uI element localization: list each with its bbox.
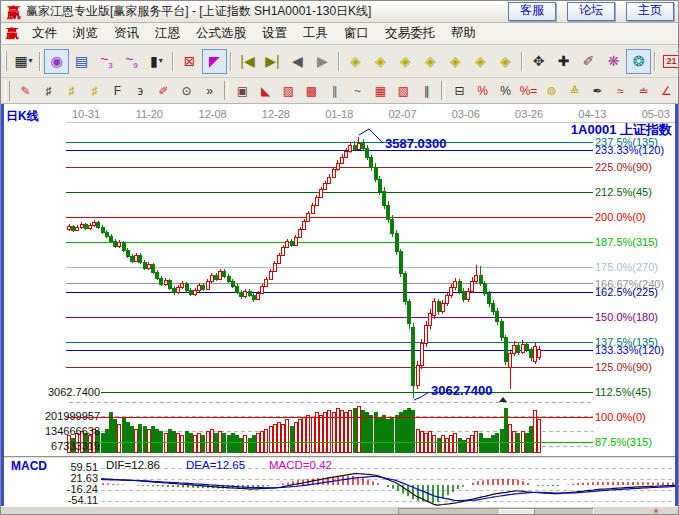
info-note-button[interactable]: ▤: [69, 49, 94, 74]
forum-button[interactable]: 论坛: [567, 2, 615, 21]
gold-line-button[interactable]: ≐: [632, 80, 655, 102]
menu-item-9[interactable]: 帮助: [443, 23, 484, 44]
home-button[interactable]: 主页: [626, 2, 674, 21]
percent-lines-button[interactable]: %=: [517, 80, 540, 102]
percent-button[interactable]: %: [494, 80, 517, 102]
macd-title: MACD: [11, 459, 47, 473]
hand-tool-button[interactable]: ✥: [526, 49, 551, 74]
gann-wheel-button[interactable]: ❂: [626, 49, 651, 74]
wave-tool-button[interactable]: ≈: [609, 80, 632, 102]
gold-line-icon: ≐: [638, 85, 648, 97]
gold-grid-button[interactable]: ♯: [60, 80, 83, 102]
more-tools-icon: »: [206, 85, 213, 97]
fibo-grid-icon: F: [114, 85, 121, 97]
menu-item-2[interactable]: 资讯: [106, 23, 147, 44]
gann-rays2-button[interactable]: ▩: [300, 80, 323, 102]
dropdown-arrow-icon: ▾: [159, 57, 163, 65]
parallel-lines-button[interactable]: ∥: [323, 80, 346, 102]
titlebar-buttons: 客服论坛主页: [497, 2, 674, 21]
menu-item-4[interactable]: 公式选股: [188, 23, 254, 44]
last-page-button[interactable]: ▶|: [260, 49, 285, 74]
fibo-grid-button[interactable]: F: [106, 80, 129, 102]
toolbar-separator: [338, 52, 340, 71]
gann-level-label: 150.0%(180): [595, 311, 658, 323]
scrollbar-thumb[interactable]: [499, 509, 535, 515]
macd-chart[interactable]: 59.5121.63-16.24-54.11MACDDIF=12.86DEA=1…: [1, 458, 679, 506]
parallel-lines-icon: ∥: [332, 85, 338, 97]
menu-item-6[interactable]: 工具: [295, 23, 336, 44]
slant-lines-button[interactable]: ∥: [415, 80, 438, 102]
menu-item-8[interactable]: 交易委托: [377, 23, 443, 44]
percent-retrace-button[interactable]: %: [471, 80, 494, 102]
gann-diamond-all-button[interactable]: ◈: [493, 49, 518, 74]
menu-item-1[interactable]: 浏览: [65, 23, 106, 44]
gann-rays2-icon: ▩: [306, 85, 317, 97]
time-cycle-button[interactable]: ⊙: [175, 80, 198, 102]
gold-circle-button[interactable]: ⊚: [540, 80, 563, 102]
price-grid-button[interactable]: ▦: [369, 80, 392, 102]
dynamic-chart-button[interactable]: ◉: [44, 49, 69, 74]
menu-item-3[interactable]: 江恩: [147, 23, 188, 44]
menu-item-5[interactable]: 设置: [254, 23, 295, 44]
indicator-edit-button[interactable]: ⊠: [177, 49, 202, 74]
wave-tool-icon: ≈: [617, 85, 624, 97]
service-button[interactable]: 客服: [508, 2, 556, 21]
gann-level-label: 100.0%(0): [595, 411, 646, 423]
kline-chart[interactable]: 10-3111-2012-0812-2801-1802-0703-0603-26…: [1, 104, 679, 456]
delete-drawing-button[interactable]: ✐: [576, 49, 601, 74]
gold-section-button[interactable]: ≙: [563, 80, 586, 102]
gann-diamond-hsplit-button[interactable]: ◈: [393, 49, 418, 74]
ink-tool-button[interactable]: ✒: [586, 80, 609, 102]
gann-diamond-expand-button[interactable]: ◈: [443, 49, 468, 74]
prev-page-button[interactable]: ◀: [285, 49, 310, 74]
flower-tool-button[interactable]: ❋: [601, 49, 626, 74]
crosshair-tool-button[interactable]: ✚: [551, 49, 576, 74]
kline-period-button[interactable]: ▦▾: [11, 49, 36, 74]
zigzag-button[interactable]: ~: [346, 80, 369, 102]
last-page-icon: ▶|: [265, 54, 279, 68]
gann-level-label: 187.5%(315): [595, 236, 658, 248]
angle-line-button[interactable]: ∠: [655, 80, 678, 102]
horizontal-scrollbar[interactable]: [398, 508, 594, 515]
spiral-button[interactable]: ϶: [129, 80, 152, 102]
gann-level-label: 133.33%(120): [595, 344, 664, 356]
toolbar-separator: [39, 52, 41, 71]
color-kline-button[interactable]: ◤: [202, 49, 227, 74]
menu-bar: 赢 文件浏览资讯江恩公式选股设置工具窗口交易委托帮助: [1, 23, 679, 45]
ruler-button[interactable]: ⊟: [448, 80, 471, 102]
draw-measure-button[interactable]: ✐: [152, 80, 175, 102]
brush-tool-button[interactable]: ✎: [14, 80, 37, 102]
gann-fan-icon: ◣: [261, 85, 270, 97]
gann-diamond-right-icon: ◈: [375, 54, 386, 68]
gann-diamond-vsplit-button[interactable]: ◈: [468, 49, 493, 74]
date-tick: 02-07: [388, 108, 416, 120]
gann-diamond-right-button[interactable]: ◈: [368, 49, 393, 74]
toolbar-grip[interactable]: [5, 81, 10, 101]
symbol-label: 1A0001 上证指数: [571, 121, 672, 139]
more-tools-button[interactable]: »: [198, 80, 221, 102]
next-page-button[interactable]: ▶: [310, 49, 335, 74]
toolbar-grip[interactable]: [5, 51, 7, 71]
calendar-button[interactable]: 21: [659, 49, 679, 74]
gann-box-button[interactable]: ▣: [231, 80, 254, 102]
gann-grid-button[interactable]: ♯: [37, 80, 60, 102]
menu-item-7[interactable]: 窗口: [336, 23, 377, 44]
gold-grid2-button[interactable]: ♯: [83, 80, 106, 102]
macd-value-label: MACD=0.42: [269, 459, 332, 471]
gann-diamond-cross-button[interactable]: ◈: [418, 49, 443, 74]
draw-measure-icon: ✐: [158, 85, 168, 97]
status-bar: ✳: [1, 506, 679, 515]
gann-rays-button[interactable]: ▨: [277, 80, 300, 102]
gann-diamond-left-button[interactable]: ◈: [343, 49, 368, 74]
menu-item-0[interactable]: 文件: [24, 23, 65, 44]
gann-rays-icon: ▨: [283, 85, 294, 97]
gann-fan-button[interactable]: ◣: [254, 80, 277, 102]
gann-level-label: 87.5%(315): [595, 436, 652, 448]
minute3-chart-button[interactable]: ~3: [94, 49, 119, 74]
candle-style-button[interactable]: ▮▾: [144, 49, 169, 74]
price-grid-arrow-button[interactable]: ▧: [392, 80, 415, 102]
minute9-chart-button[interactable]: ~9: [119, 49, 144, 74]
first-page-button[interactable]: |◀: [235, 49, 260, 74]
date-tick: 01-18: [325, 108, 353, 120]
gann-level-label: 112.5%(45): [595, 386, 651, 398]
